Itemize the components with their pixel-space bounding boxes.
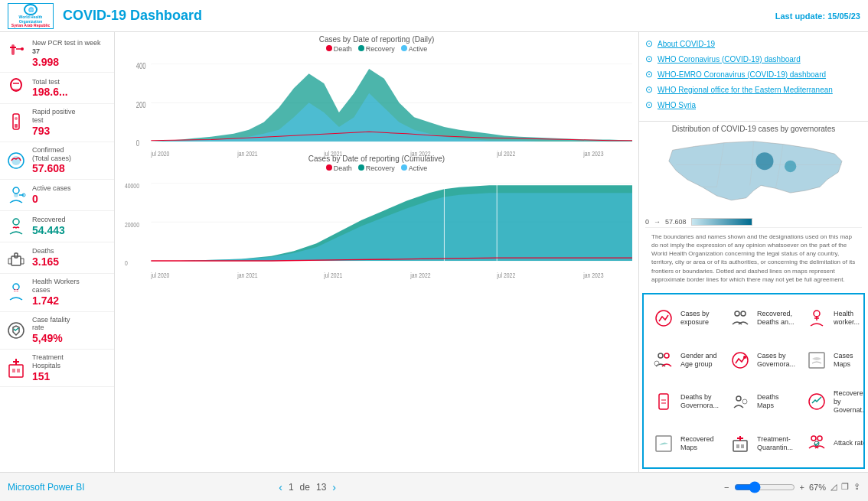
cumulative-chart-svg: 40000 20000 0 xyxy=(121,174,632,290)
link-emro-text: WHO-EMRO Coronavirus (COVID-19) dashboar… xyxy=(658,70,826,79)
fullscreen-button[interactable]: ❐ xyxy=(841,482,849,492)
last-update: Last update: 15/05/23 xyxy=(775,11,860,21)
nav-attack-rate-label: Attack rate xyxy=(834,439,865,447)
link-regional-icon: ⊙ xyxy=(645,84,653,95)
page-of: de xyxy=(300,482,310,493)
link-who-dashboard[interactable]: ⊙ WHO Coronavirus (COVID-19) dashboard xyxy=(645,54,862,64)
svg-point-58 xyxy=(741,311,746,316)
svg-text:jul 2020: jul 2020 xyxy=(150,272,169,279)
nav-attack-rate-icon xyxy=(804,431,829,456)
link-who-syria[interactable]: ⊙ WHO Syria xyxy=(645,99,862,110)
link-who-icon: ⊙ xyxy=(645,54,653,64)
export-button[interactable]: ⇪ xyxy=(853,482,860,492)
zoom-out-button[interactable]: − xyxy=(724,483,729,492)
rapid-value: 793 xyxy=(32,125,109,138)
map-legend-min: 0 xyxy=(645,218,649,226)
recovered-value: 54.443 xyxy=(32,224,109,237)
nav-health-workers-nav-icon xyxy=(804,306,829,330)
svg-rect-73 xyxy=(733,441,747,451)
svg-point-55 xyxy=(785,161,796,172)
nav-recovered-deaths[interactable]: Recovered, Deaths an... xyxy=(725,299,798,337)
link-who-emro[interactable]: ⊙ WHO-EMRO Coronavirus (COVID-19) dashbo… xyxy=(645,69,862,80)
daily-chart-title: Cases by Date of reporting (Daily) xyxy=(121,35,632,44)
nav-recovered-maps[interactable]: Recovered Maps xyxy=(648,425,722,463)
nav-deaths-maps-label: Deaths Maps xyxy=(757,393,795,410)
health-workers-value: 1.742 xyxy=(32,294,109,307)
nav-health-workers[interactable]: Health worker... xyxy=(801,299,865,337)
pagination: ‹ 1 de 13 › xyxy=(279,481,336,493)
svg-rect-23 xyxy=(9,365,23,377)
pcr-info: New PCR test in week 37 3.998 xyxy=(32,39,109,68)
svg-rect-76 xyxy=(736,444,739,448)
powerbi-link[interactable]: Microsoft Power BI xyxy=(8,482,85,493)
nav-cases-maps[interactable]: Cases Maps xyxy=(801,340,865,379)
svg-point-15 xyxy=(13,219,19,225)
who-logo-box: 🌐 World HealthOrganizationSyrian Arab Re… xyxy=(8,3,54,29)
svg-point-79 xyxy=(817,436,822,441)
svg-text:jul 2022: jul 2022 xyxy=(496,272,515,279)
cumulative-chart-container: Cases by Date of reporting (Cumulative) … xyxy=(121,155,632,271)
nav-treatment-icon xyxy=(728,431,752,456)
nav-gender-age[interactable]: Gender and Age group xyxy=(648,340,722,379)
stat-confirmed: Confirmed(Total cases) 57.608 xyxy=(0,142,114,180)
health-workers-label: Health Workerscases xyxy=(32,278,109,294)
svg-point-78 xyxy=(811,436,816,441)
nav-recovered-gov[interactable]: Recovered by Governat... xyxy=(801,382,865,421)
fatality-value: 5,49% xyxy=(32,332,109,345)
active-label: Active cases xyxy=(32,184,109,193)
nav-deaths-maps[interactable]: Deaths Maps xyxy=(725,382,798,421)
daily-legend-death: Death xyxy=(326,45,352,53)
fit-page-button[interactable]: ◿ xyxy=(830,482,837,492)
daily-chart-svg: 400 200 0 jul 2020 xyxy=(121,54,632,171)
nav-treatment[interactable]: Treatment-Quarantin... xyxy=(725,425,798,463)
total-test-icon xyxy=(5,76,28,99)
zoom-in-button[interactable]: + xyxy=(800,483,804,492)
main-area: Cases by Date of reporting (Daily) Death… xyxy=(115,32,638,472)
left-sidebar: New PCR test in week 37 3.998 Total test… xyxy=(0,32,115,472)
nav-deaths-gov-icon xyxy=(651,389,676,414)
svg-text:jan 2022: jan 2022 xyxy=(410,272,430,279)
svg-point-62 xyxy=(658,353,663,358)
nav-recovered-maps-label: Recovered Maps xyxy=(680,435,719,452)
charts-section: Cases by Date of reporting (Daily) Death… xyxy=(115,32,638,277)
nav-deaths-gov[interactable]: Deaths by Governora... xyxy=(648,382,722,421)
map-legend-bar xyxy=(691,218,752,226)
page-current: 1 xyxy=(289,482,294,493)
svg-rect-7 xyxy=(15,124,18,128)
content: New PCR test in week 37 3.998 Total test… xyxy=(0,32,868,472)
deaths-label: Deaths xyxy=(32,247,109,255)
nav-gender-age-icon xyxy=(651,348,676,372)
rapid-info: Rapid positivetest 793 xyxy=(32,108,109,137)
nav-cases-governorate[interactable]: Cases by Governora... xyxy=(725,340,798,379)
map-title: Distribution of COVID-19 cases by govern… xyxy=(645,125,862,133)
active-icon xyxy=(5,184,28,207)
link-about-text: About COVID-19 xyxy=(658,40,715,48)
nav-attack-rate[interactable]: Attack rate xyxy=(801,425,865,463)
map-container xyxy=(645,135,862,216)
daily-legend-active: Active xyxy=(401,45,428,53)
pcr-value: 3.998 xyxy=(32,56,109,69)
svg-point-69 xyxy=(736,396,741,401)
nav-cases-exposure[interactable]: Cases by exposure xyxy=(648,299,722,337)
stat-active: Active cases 0 xyxy=(0,180,114,211)
link-syria-text: WHO Syria xyxy=(658,101,696,109)
fatality-info: Case fatalityrate 5,49% xyxy=(32,316,109,345)
footer: Microsoft Power BI ‹ 1 de 13 › − + 67% ◿… xyxy=(0,472,868,501)
link-about[interactable]: ⊙ About COVID-19 xyxy=(645,38,862,49)
stat-pcr: New PCR test in week 37 3.998 xyxy=(0,35,114,73)
link-who-regional[interactable]: ⊙ WHO Regional office for the Eastern Me… xyxy=(645,84,862,95)
nav-cases-exposure-label: Cases by exposure xyxy=(680,310,719,327)
who-logo-circle: 🌐 xyxy=(24,4,38,16)
confirmed-value: 57.608 xyxy=(32,162,109,175)
svg-point-8 xyxy=(15,117,18,120)
svg-rect-24 xyxy=(12,369,15,372)
org-name: World HealthOrganizationSyrian Arab Repu… xyxy=(11,15,50,28)
deaths-value: 3.165 xyxy=(32,255,109,268)
next-page-button[interactable]: › xyxy=(332,481,336,493)
prev-page-button[interactable]: ‹ xyxy=(279,481,282,493)
svg-point-11 xyxy=(13,187,19,194)
svg-point-70 xyxy=(742,399,747,404)
svg-rect-25 xyxy=(17,369,20,372)
zoom-slider[interactable] xyxy=(734,481,795,493)
nav-recovered-deaths-label: Recovered, Deaths an... xyxy=(757,310,795,327)
